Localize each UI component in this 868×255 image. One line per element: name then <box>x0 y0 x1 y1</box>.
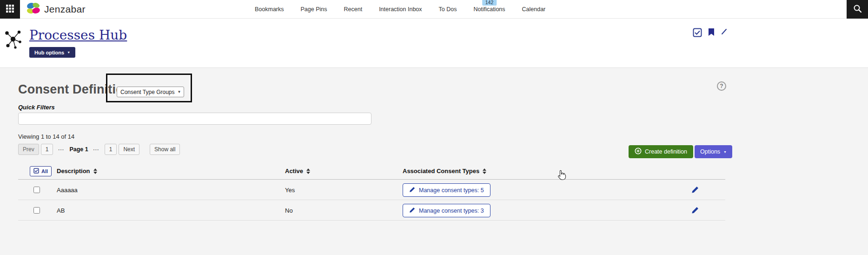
page-header: Processes Hub Hub options ▼ <box>0 19 868 67</box>
nav-calendar[interactable]: Calendar <box>522 6 546 13</box>
manage-consent-types-button[interactable]: Manage consent types: 3 <box>403 204 490 217</box>
column-label: Associated Consent Types <box>403 168 479 174</box>
brand-logo[interactable]: Jenzabar <box>25 0 86 19</box>
annotation-highlight-box: Consent Type Groups ▼ <box>106 74 192 102</box>
question-mark-icon: ? <box>720 83 723 89</box>
bookmark-page-button[interactable] <box>708 28 715 38</box>
consent-type-groups-select[interactable]: Consent Type Groups ▼ <box>117 87 184 97</box>
pencil-icon <box>691 188 699 195</box>
pencil-icon <box>409 207 415 215</box>
nav-bookmarks[interactable]: Bookmarks <box>255 6 284 13</box>
nav-to-dos[interactable]: To Dos <box>439 6 457 13</box>
select-all-label: All <box>41 168 48 174</box>
pagination-ellipsis: ⋯ <box>58 146 65 153</box>
description-cell: Aaaaaa <box>57 187 78 194</box>
top-nav-bar: Jenzabar Bookmarks Page Pins Recent Inte… <box>0 0 868 19</box>
edit-row-button[interactable] <box>691 186 699 195</box>
sort-arrows-icon <box>483 168 486 174</box>
pagination-ellipsis: ⋯ <box>93 146 100 153</box>
top-navigation: Bookmarks Page Pins Recent Interaction I… <box>255 0 545 19</box>
pencil-icon <box>409 187 415 194</box>
pencil-icon <box>691 208 699 215</box>
chevron-down-icon: ▼ <box>723 150 727 154</box>
prev-page-button[interactable]: Prev <box>18 144 39 155</box>
description-cell: AB <box>57 207 65 214</box>
consent-definitions-section: Consent Definitions Consent Type Groups … <box>0 67 868 255</box>
column-label: Active <box>285 168 303 174</box>
chevron-down-icon: ▼ <box>178 90 181 94</box>
nav-page-pins[interactable]: Page Pins <box>301 6 327 13</box>
search-icon <box>853 4 862 15</box>
options-button[interactable]: Options ▼ <box>695 145 732 158</box>
nav-notifications-label: Notifications <box>473 6 505 13</box>
select-value: Consent Type Groups <box>120 89 175 95</box>
column-header-description[interactable]: Description <box>57 168 97 174</box>
brand-name: Jenzabar <box>44 4 86 15</box>
bookmark-icon <box>708 28 715 38</box>
notifications-count-badge: 142 <box>482 0 497 6</box>
consent-definitions-table: All Description Active Associated Consen… <box>18 166 725 221</box>
last-page-button[interactable]: 1 <box>105 144 117 155</box>
hub-options-button[interactable]: Hub options ▼ <box>29 47 75 58</box>
grid-icon <box>6 5 14 14</box>
active-cell: Yes <box>285 187 295 194</box>
sort-arrows-icon <box>306 168 310 174</box>
column-label: Description <box>57 168 90 174</box>
row-checkbox[interactable] <box>33 187 40 193</box>
pencil-icon <box>721 28 728 37</box>
page-1-button[interactable]: 1 <box>41 144 53 155</box>
next-page-button[interactable]: Next <box>119 144 139 155</box>
options-label: Options <box>700 148 720 155</box>
jenzabar-flower-icon <box>25 1 41 17</box>
column-header-associated-consent-types[interactable]: Associated Consent Types <box>403 168 486 174</box>
viewing-summary: Viewing 1 to 14 of 14 <box>18 133 74 140</box>
plus-circle-icon <box>635 148 642 156</box>
header-action-icons <box>693 28 728 39</box>
nav-recent[interactable]: Recent <box>344 6 363 13</box>
edit-row-button[interactable] <box>691 207 699 215</box>
current-page-label: Page 1 <box>69 146 88 153</box>
create-definition-button[interactable]: Create definition <box>629 145 693 158</box>
edit-page-button[interactable] <box>721 28 728 37</box>
app-launcher-button[interactable] <box>0 0 20 19</box>
table-row: AB No Manage consent types: 3 <box>18 200 725 221</box>
nav-notifications[interactable]: 142 Notifications <box>473 6 505 13</box>
check-square-icon <box>693 28 702 39</box>
global-search-button[interactable] <box>847 0 868 19</box>
show-all-button[interactable]: Show all <box>150 144 180 155</box>
page-title-link[interactable]: Processes Hub <box>29 27 127 43</box>
quick-filters-label: Quick Filters <box>18 104 55 111</box>
manage-consent-types-label: Manage consent types: 3 <box>419 208 484 214</box>
table-header-row: All Description Active Associated Consen… <box>18 166 725 180</box>
select-all-button[interactable]: All <box>30 166 52 176</box>
active-cell: No <box>285 207 293 214</box>
nav-interaction-inbox[interactable]: Interaction Inbox <box>379 6 422 13</box>
manage-consent-types-label: Manage consent types: 5 <box>419 187 484 194</box>
create-definition-label: Create definition <box>645 148 687 155</box>
table-row: Aaaaaa Yes Manage consent types: 5 <box>18 180 725 200</box>
help-button[interactable]: ? <box>717 81 726 91</box>
pagination: Prev 1 ⋯ Page 1 ⋯ 1 Next Show all <box>18 144 180 155</box>
chevron-down-icon: ▼ <box>67 51 70 54</box>
check-square-icon <box>33 168 39 174</box>
processes-hub-icon <box>3 28 23 52</box>
mark-complete-button[interactable] <box>693 28 702 39</box>
sort-arrows-icon <box>93 168 97 174</box>
row-checkbox[interactable] <box>33 207 40 214</box>
manage-consent-types-button[interactable]: Manage consent types: 5 <box>403 183 490 197</box>
quick-filter-input[interactable] <box>18 113 371 125</box>
column-header-active[interactable]: Active <box>285 168 310 174</box>
hub-options-label: Hub options <box>34 50 64 55</box>
